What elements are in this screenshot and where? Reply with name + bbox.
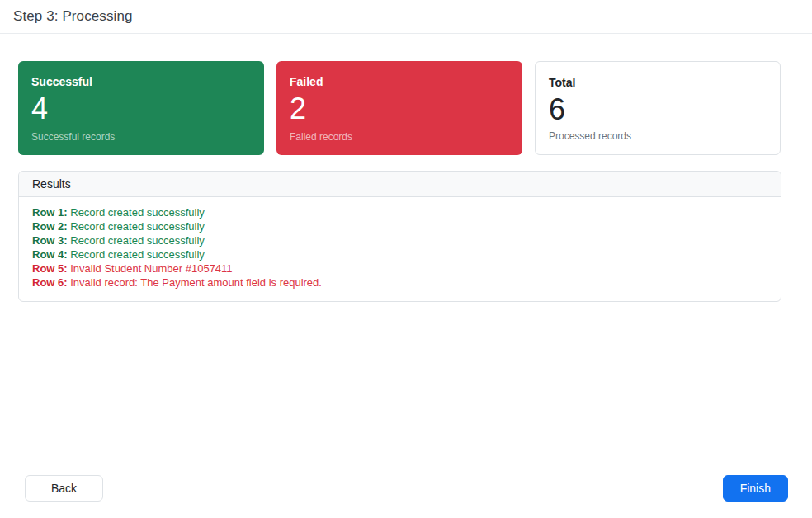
result-row-message: Record created successfully xyxy=(70,206,205,219)
failed-card-value: 2 xyxy=(290,92,509,126)
failed-card-subtitle: Failed records xyxy=(290,131,509,143)
result-row-prefix: Row 6: xyxy=(32,276,68,289)
failed-card: Failed 2 Failed records xyxy=(276,61,522,155)
result-row-message: Record created successfully xyxy=(70,220,205,233)
result-row: Row 4: Record created successfully xyxy=(32,247,767,261)
total-card-value: 6 xyxy=(549,92,767,127)
results-panel-body: Row 1: Record created successfully Row 2… xyxy=(19,197,781,301)
result-row-message: Invalid Student Number #1057411 xyxy=(70,262,232,275)
result-row: Row 5: Invalid Student Number #1057411 xyxy=(32,261,767,275)
total-card-title: Total xyxy=(549,74,767,91)
results-panel: Results Row 1: Record created successful… xyxy=(18,171,781,302)
page-header: Step 3: Processing xyxy=(0,0,812,34)
successful-card-subtitle: Successful records xyxy=(31,131,251,143)
wizard-footer: Back Finish xyxy=(25,475,788,502)
finish-button[interactable]: Finish xyxy=(723,475,788,502)
failed-card-title: Failed xyxy=(290,73,509,90)
main-content: Successful 4 Successful records Failed 2… xyxy=(0,34,781,302)
result-row-message: Record created successfully xyxy=(70,234,205,247)
summary-cards-row: Successful 4 Successful records Failed 2… xyxy=(18,61,781,155)
result-row: Row 2: Record created successfully xyxy=(32,219,767,233)
successful-card-title: Successful xyxy=(31,73,251,90)
result-row: Row 1: Record created successfully xyxy=(32,205,767,219)
result-row-message: Invalid record: The Payment amount field… xyxy=(70,276,322,289)
result-row-prefix: Row 4: xyxy=(32,248,68,261)
result-row-prefix: Row 2: xyxy=(32,220,68,233)
page-title: Step 3: Processing xyxy=(13,8,799,25)
results-panel-header: Results xyxy=(19,172,781,197)
result-row-message: Record created successfully xyxy=(70,248,205,261)
successful-card-value: 4 xyxy=(31,92,251,126)
result-row: Row 6: Invalid record: The Payment amoun… xyxy=(32,275,767,290)
result-row-prefix: Row 1: xyxy=(32,206,68,219)
successful-card: Successful 4 Successful records xyxy=(18,61,264,155)
result-row-prefix: Row 3: xyxy=(32,234,68,247)
result-row-prefix: Row 5: xyxy=(32,262,68,275)
result-row: Row 3: Record created successfully xyxy=(32,233,767,247)
total-card-subtitle: Processed records xyxy=(549,130,767,142)
back-button[interactable]: Back xyxy=(25,475,103,502)
total-card: Total 6 Processed records xyxy=(535,61,781,155)
